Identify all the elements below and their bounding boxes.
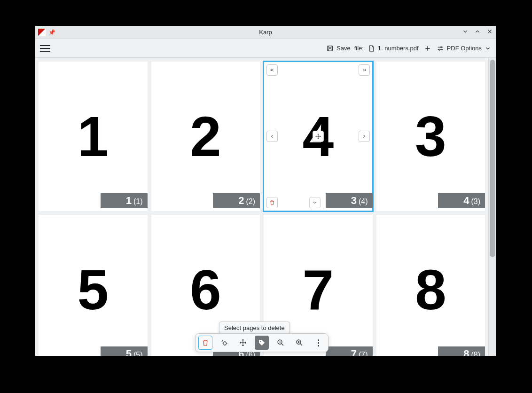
add-file-button[interactable]	[422, 43, 433, 54]
page-action-top-left[interactable]	[266, 64, 278, 76]
page-content: 2	[190, 108, 221, 165]
page-label: 7 (7)	[326, 346, 373, 356]
pdf-options-button[interactable]: PDF Options	[437, 45, 491, 52]
page-label: 3 (4)	[326, 193, 373, 208]
page-move-left[interactable]	[266, 131, 278, 142]
page-move-right[interactable]	[359, 131, 370, 142]
zoom-in-button[interactable]	[292, 336, 306, 350]
menu-button[interactable]	[40, 43, 50, 54]
delete-pages-button[interactable]	[198, 336, 212, 350]
file-label: file:	[354, 45, 364, 52]
filename-button[interactable]: 1. numbers.pdf	[368, 45, 419, 52]
page-label: 8 (8)	[438, 346, 485, 356]
page-delete-button[interactable]	[266, 197, 278, 208]
svg-rect-0	[328, 46, 333, 51]
page-content: 6	[190, 261, 221, 318]
save-icon	[326, 45, 334, 52]
zoom-out-button[interactable]	[274, 336, 288, 350]
rotate-button[interactable]	[217, 336, 231, 350]
page-thumbnail[interactable]: 1 1 (1)	[39, 62, 148, 211]
page-thumbnail[interactable]: 8 8 (8)	[376, 215, 485, 356]
page-move-handle[interactable]	[313, 131, 324, 142]
scrollbar-thumb[interactable]	[490, 60, 495, 257]
save-button[interactable]: Save	[326, 45, 351, 52]
more-button[interactable]	[311, 336, 325, 350]
page-grid-area: 1 1 (1) 2 2 (2) 4	[35, 58, 488, 356]
page-thumbnail[interactable]: 5 5 (5)	[39, 215, 148, 356]
floating-toolbar	[195, 333, 329, 352]
page-action-top-right[interactable]	[359, 64, 370, 76]
zoom-out-icon	[276, 338, 285, 347]
page-content: 1	[77, 108, 109, 165]
page-thumbnail-selected[interactable]: 4 3 (4)	[264, 62, 373, 211]
page-content: 8	[415, 261, 446, 318]
toolbar: Save file: 1. numbers.pdf PDF Options	[35, 39, 496, 58]
svg-point-3	[438, 49, 440, 50]
save-label: Save	[336, 45, 351, 52]
svg-rect-6	[223, 341, 227, 345]
page-content: 3	[415, 108, 446, 165]
tag-button[interactable]	[255, 336, 269, 350]
window-title: Karp	[259, 29, 272, 36]
close-button[interactable]	[486, 28, 493, 36]
tooltip: Select pages to delete	[219, 322, 290, 334]
move-button[interactable]	[236, 336, 250, 350]
rotate-icon	[220, 338, 228, 347]
page-content: 5	[77, 261, 109, 318]
minimize-button[interactable]	[462, 28, 469, 36]
svg-point-4	[271, 70, 272, 71]
tag-icon	[258, 338, 266, 347]
page-label: 5 (5)	[101, 346, 148, 356]
vertical-dots-icon	[316, 339, 321, 346]
svg-point-2	[440, 47, 442, 48]
page-thumbnail[interactable]: 2 2 (2)	[151, 62, 260, 211]
zoom-in-icon	[295, 338, 304, 347]
page-thumbnail[interactable]: 3 4 (3)	[376, 62, 485, 211]
svg-point-5	[364, 70, 366, 71]
move-icon	[239, 338, 247, 347]
app-window: 📌 Karp Save file: 1. numbers.pdf PDF Opt…	[35, 26, 496, 356]
sliders-icon	[437, 45, 444, 52]
vertical-scrollbar[interactable]	[488, 58, 496, 356]
titlebar: 📌 Karp	[35, 26, 496, 39]
document-icon	[368, 45, 375, 52]
filename: 1. numbers.pdf	[378, 45, 419, 52]
pdf-options-label: PDF Options	[447, 45, 482, 52]
page-grid: 1 1 (1) 2 2 (2) 4	[39, 62, 485, 356]
pin-icon[interactable]: 📌	[48, 29, 55, 36]
chevron-down-icon	[485, 45, 491, 52]
page-label: 4 (3)	[438, 193, 485, 208]
page-content: 7	[302, 261, 334, 318]
svg-rect-1	[329, 48, 331, 51]
page-more-button[interactable]	[309, 197, 321, 208]
svg-point-7	[260, 341, 261, 342]
page-label: 1 (1)	[101, 193, 148, 208]
page-label: 2 (2)	[213, 193, 260, 208]
app-icon	[38, 29, 46, 36]
trash-icon	[201, 338, 210, 347]
maximize-button[interactable]	[474, 28, 481, 36]
